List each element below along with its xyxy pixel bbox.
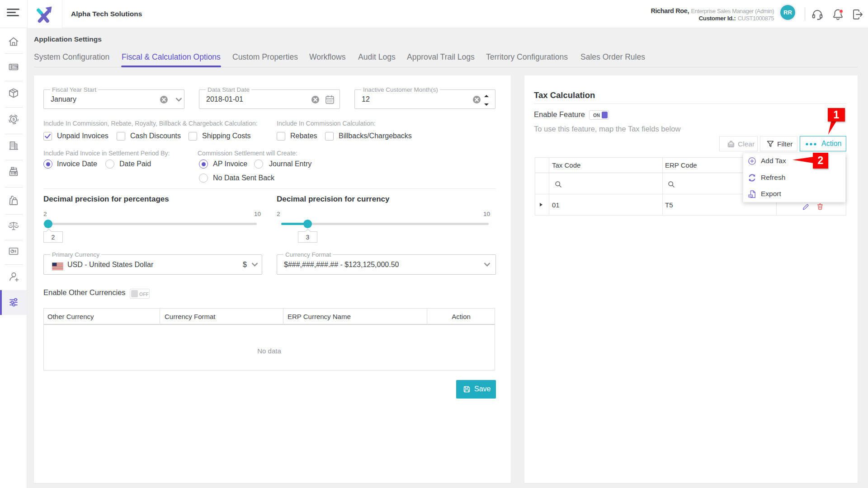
svg-text:C: C — [15, 223, 18, 227]
svg-text:D: D — [9, 223, 12, 227]
svg-text:$: $ — [13, 117, 15, 122]
svg-text:XLS: XLS — [749, 195, 752, 197]
svg-text:CRM: CRM — [13, 66, 18, 68]
